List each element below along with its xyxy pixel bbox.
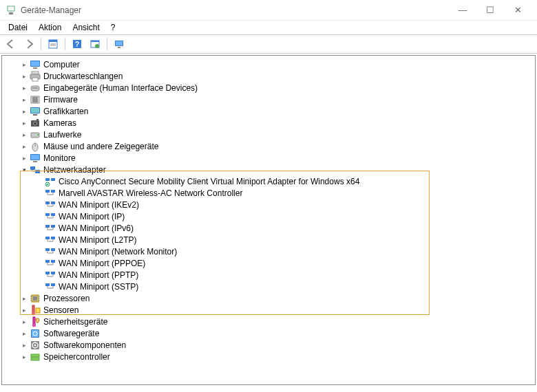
- security-icon: [30, 316, 41, 327]
- storage-icon: [30, 351, 41, 362]
- device-category[interactable]: ▾Netzwerkadapter: [3, 164, 534, 175]
- close-button[interactable]: ✕: [504, 0, 531, 21]
- device-category[interactable]: ▸Speichercontroller: [3, 351, 534, 362]
- tree-item-label: Monitore: [43, 153, 76, 163]
- device-category[interactable]: ▸Grafikkarten: [3, 105, 534, 117]
- tree-item-label: WAN Miniport (SSTP): [59, 282, 138, 292]
- device-category[interactable]: ▸Eingabegeräte (Human Interface Devices): [3, 82, 534, 94]
- expand-arrow-icon[interactable]: ▸: [20, 96, 28, 104]
- tree-item-label: Sensoren: [43, 305, 78, 315]
- expand-arrow-icon[interactable]: ▸: [20, 119, 28, 127]
- cpu-icon: [30, 293, 41, 304]
- tree-item-label: Softwarekomponenten: [43, 340, 126, 350]
- device-category[interactable]: ▸Softwarekomponenten: [3, 339, 534, 351]
- tree-item-label: Marvell AVASTAR Wireless-AC Network Cont…: [59, 188, 242, 198]
- forward-button[interactable]: [21, 36, 37, 52]
- menu-view[interactable]: Ansicht: [67, 21, 105, 34]
- device-category[interactable]: ▸Prozessoren: [3, 292, 534, 304]
- net-icon: [45, 281, 56, 292]
- tree-item-label: Kameras: [43, 118, 76, 128]
- tree-item-label: WAN Miniport (Network Monitor): [59, 247, 177, 257]
- expand-arrow-icon[interactable]: ▸: [20, 306, 28, 314]
- expand-arrow-icon[interactable]: ▸: [20, 107, 28, 116]
- device-category[interactable]: ▸Druckwarteschlangen: [3, 70, 534, 82]
- back-button[interactable]: [3, 36, 19, 52]
- netspecial-icon: [45, 176, 56, 187]
- show-hidden-button[interactable]: [111, 36, 127, 52]
- device-leaf[interactable]: Marvell AVASTAR Wireless-AC Network Cont…: [3, 187, 534, 199]
- device-category[interactable]: ▸Sensoren: [3, 304, 534, 316]
- swcomp-icon: [30, 340, 41, 351]
- device-leaf[interactable]: WAN Miniport (IPv6): [3, 222, 534, 234]
- expand-arrow-icon[interactable]: ▾: [20, 166, 28, 174]
- net-icon: [45, 199, 56, 210]
- display-icon: [30, 106, 41, 117]
- device-leaf[interactable]: WAN Miniport (IKEv2): [3, 199, 534, 210]
- tree-item-label: Prozessoren: [43, 294, 90, 303]
- expand-arrow-icon[interactable]: ▸: [20, 341, 28, 349]
- tree-item-label: Netzwerkadapter: [43, 165, 106, 175]
- tree-item-label: Speichercontroller: [43, 352, 110, 362]
- expand-arrow-icon[interactable]: ▸: [20, 329, 28, 338]
- device-leaf[interactable]: WAN Miniport (Network Monitor): [3, 246, 534, 257]
- net-icon: [45, 223, 56, 234]
- printer-icon: [30, 71, 41, 82]
- help-button[interactable]: [69, 36, 85, 52]
- expand-arrow-icon[interactable]: ▸: [20, 318, 28, 326]
- net-icon: [45, 211, 56, 222]
- expand-arrow-icon[interactable]: ▸: [20, 154, 28, 162]
- network-icon: [30, 164, 41, 175]
- expand-arrow-icon[interactable]: ▸: [20, 294, 28, 303]
- menu-action[interactable]: Aktion: [33, 21, 67, 34]
- net-icon: [45, 188, 56, 199]
- device-category[interactable]: ▸Monitore: [3, 152, 534, 164]
- device-category[interactable]: ▸Computer: [3, 58, 534, 70]
- expand-arrow-icon[interactable]: ▸: [20, 61, 28, 69]
- computer-icon: [30, 59, 41, 70]
- device-category[interactable]: ▸Laufwerke: [3, 129, 534, 140]
- tree-item-label: WAN Miniport (IPv6): [59, 224, 134, 233]
- tree-item-label: Sicherheitsgeräte: [43, 317, 107, 327]
- device-tree[interactable]: ▸Computer▸Druckwarteschlangen▸Eingabeger…: [1, 55, 536, 385]
- tree-item-label: WAN Miniport (L2TP): [59, 235, 137, 245]
- tree-item-label: Computer: [43, 60, 80, 69]
- properties-button[interactable]: [45, 36, 61, 52]
- net-icon: [45, 246, 56, 257]
- device-category[interactable]: ▸Mäuse und andere Zeigegeräte: [3, 140, 534, 152]
- device-category[interactable]: ▸Firmware: [3, 94, 534, 105]
- tree-item-label: Druckwarteschlangen: [43, 72, 123, 81]
- scan-button[interactable]: [87, 36, 103, 52]
- expand-arrow-icon[interactable]: ▸: [20, 72, 28, 80]
- monitor-icon: [30, 153, 41, 164]
- expand-arrow-icon[interactable]: ▸: [20, 84, 28, 92]
- tree-item-label: Cisco AnyConnect Secure Mobility Client …: [59, 177, 359, 186]
- expand-arrow-icon[interactable]: ▸: [20, 131, 28, 139]
- device-leaf[interactable]: WAN Miniport (IP): [3, 210, 534, 222]
- maximize-button[interactable]: ☐: [476, 0, 504, 21]
- net-icon: [45, 235, 56, 246]
- firmware-icon: [30, 94, 41, 105]
- menu-help[interactable]: ?: [105, 21, 121, 34]
- tree-item-label: Grafikkarten: [43, 107, 88, 116]
- expand-arrow-icon[interactable]: ▸: [20, 353, 28, 361]
- toolbar: [0, 34, 537, 54]
- expand-arrow-icon[interactable]: ▸: [20, 142, 28, 151]
- minimize-button[interactable]: —: [449, 0, 476, 21]
- device-category[interactable]: ▸Sicherheitsgeräte: [3, 316, 534, 327]
- device-leaf[interactable]: WAN Miniport (L2TP): [3, 234, 534, 246]
- device-category[interactable]: ▸Kameras: [3, 117, 534, 129]
- tree-item-label: WAN Miniport (IP): [59, 212, 125, 221]
- toolbar-separator: [41, 38, 41, 50]
- device-leaf[interactable]: WAN Miniport (PPPOE): [3, 257, 534, 269]
- device-category[interactable]: ▸Softwaregeräte: [3, 327, 534, 339]
- device-leaf[interactable]: Cisco AnyConnect Secure Mobility Client …: [3, 175, 534, 187]
- menu-file[interactable]: Datei: [3, 21, 33, 34]
- net-icon: [45, 258, 56, 269]
- sensor-icon: [30, 305, 41, 316]
- mouse-icon: [30, 141, 41, 152]
- device-leaf[interactable]: WAN Miniport (PPTP): [3, 269, 534, 281]
- tree-item-label: WAN Miniport (PPTP): [59, 270, 138, 280]
- tree-item-label: WAN Miniport (IKEv2): [59, 200, 139, 210]
- device-leaf[interactable]: WAN Miniport (SSTP): [3, 281, 534, 292]
- tree-item-label: Eingabegeräte (Human Interface Devices): [43, 83, 198, 93]
